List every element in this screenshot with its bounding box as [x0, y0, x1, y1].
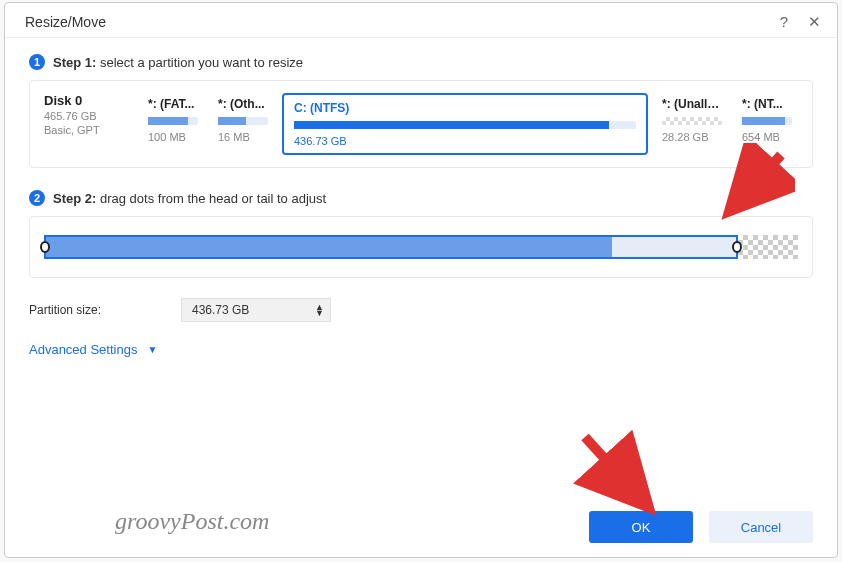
partition-nt[interactable]: *: (NT... 654 MB — [736, 93, 798, 155]
spinner-arrows[interactable]: ▲ ▼ — [315, 304, 324, 316]
step2-text: Step 2: drag dots from the head or tail … — [53, 191, 326, 206]
partition-size-label: Partition size: — [29, 303, 169, 317]
partition-bar — [148, 117, 198, 125]
step2-header: 2 Step 2: drag dots from the head or tai… — [29, 190, 813, 206]
window-controls: ? ✕ — [780, 13, 821, 31]
step1-header: 1 Step 1: select a partition you want to… — [29, 54, 813, 70]
partition-bar — [662, 117, 722, 125]
resize-move-dialog: Resize/Move ? ✕ 1 Step 1: select a parti… — [4, 2, 838, 558]
partition-size-input[interactable]: 436.73 GB ▲ ▼ — [181, 298, 331, 322]
cancel-button[interactable]: Cancel — [709, 511, 813, 543]
resize-handle-left[interactable] — [40, 234, 50, 260]
resize-handle-right[interactable] — [732, 234, 742, 260]
disk-type: Basic, GPT — [44, 124, 134, 136]
partition-bar — [742, 117, 792, 125]
step1-badge: 1 — [29, 54, 45, 70]
slider-allocated — [44, 235, 738, 259]
step2-badge: 2 — [29, 190, 45, 206]
partition-size-value: 436.73 GB — [192, 303, 249, 317]
disk-info: Disk 0 465.76 GB Basic, GPT — [44, 93, 134, 155]
dialog-title: Resize/Move — [25, 14, 106, 30]
slider-used — [46, 237, 612, 257]
disk-partition-row: Disk 0 465.76 GB Basic, GPT *: (FAT... 1… — [29, 80, 813, 168]
ok-button[interactable]: OK — [589, 511, 693, 543]
partition-unallocated[interactable]: *: (Unallo... 28.28 GB — [656, 93, 728, 155]
partition-fat[interactable]: *: (FAT... 100 MB — [142, 93, 204, 155]
resize-slider[interactable] — [44, 235, 798, 259]
advanced-settings-toggle[interactable]: Advanced Settings ▼ — [29, 342, 157, 357]
slider-unallocated — [738, 235, 798, 259]
chevron-down-icon: ▼ — [147, 344, 157, 355]
disk-name: Disk 0 — [44, 93, 134, 108]
partition-size-row: Partition size: 436.73 GB ▲ ▼ — [29, 298, 813, 322]
partition-other[interactable]: *: (Oth... 16 MB — [212, 93, 274, 155]
close-icon[interactable]: ✕ — [808, 13, 821, 31]
partition-bar — [294, 121, 636, 129]
arrow-down-icon[interactable]: ▼ — [315, 310, 324, 316]
dialog-content: 1 Step 1: select a partition you want to… — [5, 38, 837, 497]
slider-free — [612, 237, 736, 257]
step1-text: Step 1: select a partition you want to r… — [53, 55, 303, 70]
titlebar: Resize/Move ? ✕ — [5, 3, 837, 38]
resize-slider-box — [29, 216, 813, 278]
help-icon[interactable]: ? — [780, 13, 788, 31]
watermark: groovyPost.com — [115, 508, 269, 535]
partition-bar — [218, 117, 268, 125]
disk-size: 465.76 GB — [44, 110, 134, 122]
partition-c-ntfs[interactable]: C: (NTFS) 436.73 GB — [282, 93, 648, 155]
